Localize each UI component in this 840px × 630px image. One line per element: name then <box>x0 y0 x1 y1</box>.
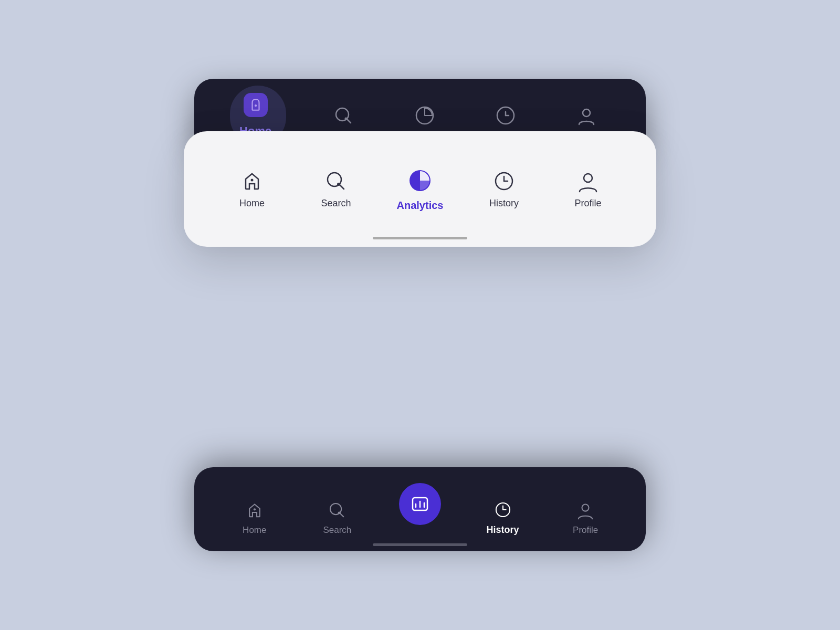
nav-item-history-mid[interactable]: History <box>480 170 528 209</box>
home-label-bot: Home <box>243 525 266 536</box>
profile-icon-mid <box>576 170 600 193</box>
nav-item-profile-bot[interactable]: Profile <box>562 501 609 536</box>
history-icon-top <box>495 104 517 127</box>
analytics-icon-top <box>414 104 436 127</box>
profile-label-bot: Profile <box>573 525 598 536</box>
history-icon-bot <box>494 500 512 519</box>
nav-item-search-bot[interactable]: Search <box>313 501 361 536</box>
nav-item-analytics-top[interactable] <box>401 104 448 127</box>
svg-point-0 <box>254 104 256 107</box>
svg-point-9 <box>251 178 254 181</box>
home-label-mid: Home <box>239 198 265 209</box>
home-icon <box>249 98 262 112</box>
bottom-navbar: Home Search <box>194 467 646 551</box>
search-icon-top <box>333 105 354 126</box>
nav-item-profile-top[interactable] <box>563 104 610 127</box>
home-icon-bg <box>244 93 268 117</box>
nav-item-home-mid[interactable]: Home <box>228 170 276 209</box>
search-label-mid: Search <box>321 198 351 209</box>
nav-item-history-bot[interactable]: History <box>479 500 527 536</box>
nav-item-history-top[interactable] <box>482 104 529 127</box>
profile-label-mid: Profile <box>574 198 601 209</box>
search-label-bot: Search <box>323 525 351 536</box>
home-icon-mid <box>240 170 264 193</box>
svg-point-18 <box>254 508 256 510</box>
home-indicator-mid <box>373 237 467 239</box>
svg-line-3 <box>347 119 351 123</box>
search-icon-mid <box>324 170 348 193</box>
middle-navbar: Home Search Ana <box>184 131 656 247</box>
home-indicator-bot <box>373 543 467 546</box>
nav-item-analytics-mid[interactable]: Analytics <box>396 167 444 212</box>
svg-line-12 <box>340 185 344 189</box>
history-icon-mid <box>492 170 516 193</box>
svg-line-21 <box>340 513 344 517</box>
history-label-bot: History <box>487 524 519 536</box>
svg-point-29 <box>582 505 589 511</box>
nav-item-search-mid[interactable]: Search <box>312 170 360 209</box>
nav-item-profile-mid[interactable]: Profile <box>564 170 612 209</box>
analytics-icon-mid <box>406 167 434 194</box>
nav-item-search-top[interactable] <box>320 105 367 126</box>
analytics-label-mid: Analytics <box>397 200 444 212</box>
search-icon-bot <box>328 501 346 520</box>
profile-icon-bot <box>576 501 595 520</box>
profile-icon-top <box>575 104 597 127</box>
nav-item-analytics-bot[interactable] <box>396 509 444 525</box>
history-label-mid: History <box>489 198 519 209</box>
analytics-circle-bot <box>399 483 441 525</box>
nav-item-home-bot[interactable]: Home <box>231 501 278 536</box>
scene: Home <box>168 79 672 551</box>
svg-point-8 <box>583 109 590 117</box>
home-icon-bot <box>245 501 264 520</box>
svg-point-17 <box>584 174 592 182</box>
